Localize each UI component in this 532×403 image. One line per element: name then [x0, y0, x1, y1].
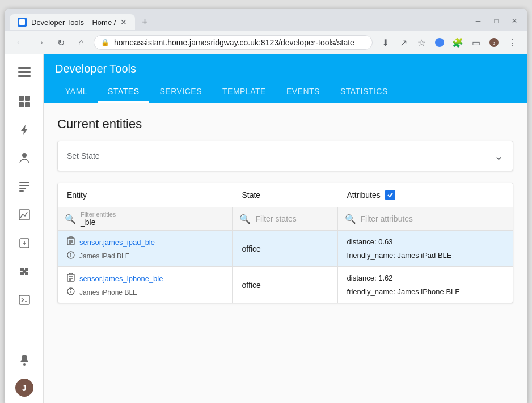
sidebar-item-extensions[interactable] [11, 258, 37, 285]
header-entity: Entity [58, 183, 233, 207]
browser-window: Developer Tools – Home / ✕ + ─ □ ✕ ← → ↻… [5, 9, 527, 403]
home-button[interactable]: ⌂ [73, 35, 89, 50]
row1-friendly-name: James iPad BLE [79, 252, 130, 260]
profile-icon[interactable] [432, 35, 447, 50]
page-title: Current entities [57, 117, 513, 131]
row1-state-value: office [242, 244, 328, 253]
row1-entity-link[interactable]: sensor.james_ipad_ble [79, 238, 155, 247]
row2-entity-clipboard-icon [67, 273, 75, 284]
svg-rect-9 [19, 102, 24, 107]
table-row: sensor.james_iphone_ble [58, 267, 513, 303]
row2-attributes-cell: distance: 1.62 friendly_name: James iPho… [338, 267, 513, 303]
row2-entity-info: James iPhone BLE [67, 287, 223, 297]
entities-table: Entity State Attributes [57, 183, 513, 303]
download-icon[interactable]: ⬇ [377, 35, 393, 50]
back-button[interactable]: ← [12, 35, 28, 50]
tab-favicon [18, 18, 27, 27]
row2-attr-line2: friendly_name: James iPhone BLE [347, 286, 504, 298]
row1-entity-cell: sensor.james_ipad_ble [58, 231, 233, 266]
row2-state-cell: office [233, 267, 337, 303]
sidebar-item-logbook[interactable] [11, 173, 37, 200]
svg-point-21 [23, 363, 26, 366]
tab-yaml[interactable]: YAML [55, 81, 98, 103]
svg-rect-4 [18, 67, 31, 69]
attributes-filter-search-icon: 🔍 [345, 214, 356, 224]
content-area: Current entities Set State ⌄ Entity Stat… [44, 103, 527, 403]
set-state-dropdown[interactable]: Set State ⌄ [57, 141, 513, 171]
main-content: Developer Tools YAML STATES SERVICES TEM… [44, 54, 527, 403]
sidebar-menu-button[interactable] [11, 59, 37, 87]
user-profile-icon[interactable]: J [486, 35, 502, 50]
sidebar-item-notifications[interactable] [11, 347, 37, 373]
sidebar-item-person[interactable] [11, 145, 37, 171]
app-container: J Developer Tools YAML STATES SERVICES T… [5, 54, 527, 403]
app-title: Developer Tools [55, 62, 516, 75]
header-state: State [233, 183, 337, 207]
share-icon[interactable]: ↗ [395, 35, 411, 50]
app-title-bar: Developer Tools YAML STATES SERVICES TEM… [44, 54, 527, 103]
window-close-button[interactable]: ✕ [506, 13, 522, 29]
entity-filter-label: Filter entities [81, 211, 116, 218]
svg-rect-7 [19, 96, 24, 101]
browser-toolbar: ← → ↻ ⌂ 🔒 homeassistant.home.jamesridgwa… [5, 31, 527, 54]
svg-rect-0 [19, 19, 25, 25]
tab-template[interactable]: TEMPLATE [212, 81, 276, 103]
tab-states[interactable]: STATES [98, 81, 149, 103]
set-state-label: Set State [67, 151, 100, 160]
row1-info-icon [67, 251, 75, 261]
svg-rect-10 [25, 102, 30, 107]
row2-attr-line1: distance: 1.62 [347, 273, 504, 284]
svg-rect-6 [18, 75, 31, 77]
table-row: sensor.james_ipad_ble [58, 231, 513, 267]
lock-icon: 🔒 [101, 39, 109, 46]
window-maximize-button[interactable]: □ [488, 13, 504, 29]
svg-rect-17 [19, 210, 29, 220]
bookmark-icon[interactable]: ☆ [413, 35, 429, 50]
state-filter-input[interactable]: Filter states [255, 214, 296, 223]
sidebar-item-terminal[interactable] [11, 287, 37, 313]
row1-entity-clipboard-icon [67, 236, 75, 248]
attributes-filter-input[interactable]: Filter attributes [361, 214, 413, 223]
entity-filter-input[interactable]: Filter entities _ble [81, 211, 116, 227]
tab-close-button[interactable]: ✕ [120, 18, 127, 27]
sidebar-item-dashboard[interactable] [11, 88, 37, 114]
tab-events[interactable]: EVENTS [276, 81, 330, 103]
extensions-icon[interactable]: 🧩 [450, 35, 466, 50]
app-header: Developer Tools YAML STATES SERVICES TEM… [44, 54, 527, 103]
menu-dots-button[interactable]: ⋮ [504, 35, 520, 50]
attributes-filter-cell: 🔍 Filter attributes [338, 207, 513, 230]
row2-info-icon [67, 287, 75, 297]
forward-button[interactable]: → [32, 35, 48, 50]
svg-rect-13 [19, 182, 29, 183]
filter-row: 🔍 Filter entities _ble 🔍 Filter states 🔍 [58, 207, 513, 231]
state-filter-cell: 🔍 Filter states [233, 207, 337, 230]
row2-entity-link[interactable]: sensor.james_iphone_ble [79, 274, 163, 283]
svg-rect-5 [18, 71, 31, 73]
address-bar[interactable]: 🔒 homeassistant.home.jamesridgway.co.uk:… [94, 35, 373, 50]
user-avatar[interactable]: J [15, 379, 33, 397]
attributes-checkbox[interactable] [385, 190, 395, 200]
svg-rect-16 [19, 190, 24, 192]
new-tab-button[interactable]: + [137, 14, 153, 31]
tab-statistics[interactable]: STATISTICS [330, 81, 398, 103]
reload-button[interactable]: ↻ [53, 35, 69, 50]
entity-filter-search-icon: 🔍 [65, 214, 76, 224]
window-minimize-button[interactable]: ─ [470, 13, 486, 29]
dropdown-arrow-icon: ⌄ [494, 149, 504, 163]
row1-entity-info: James iPad BLE [67, 251, 223, 261]
svg-rect-15 [19, 188, 26, 189]
row2-state-value: office [242, 281, 328, 290]
tab-services[interactable]: SERVICES [149, 81, 212, 103]
entity-filter-value: _ble [81, 218, 116, 227]
browser-tab-active[interactable]: Developer Tools – Home / ✕ [10, 14, 135, 30]
reader-mode-icon[interactable]: ▭ [468, 35, 484, 50]
table-header: Entity State Attributes [58, 183, 513, 207]
toolbar-actions: ⬇ ↗ ☆ 🧩 ▭ J ⋮ [377, 35, 520, 50]
svg-point-35 [71, 290, 71, 290]
entity-filter-cell: 🔍 Filter entities _ble [58, 207, 233, 230]
row1-state-cell: office [233, 231, 337, 266]
sidebar-item-history[interactable] [11, 202, 37, 228]
header-attributes: Attributes [338, 183, 513, 207]
sidebar-item-energy[interactable] [11, 117, 37, 143]
sidebar-item-hacs[interactable] [11, 230, 37, 256]
